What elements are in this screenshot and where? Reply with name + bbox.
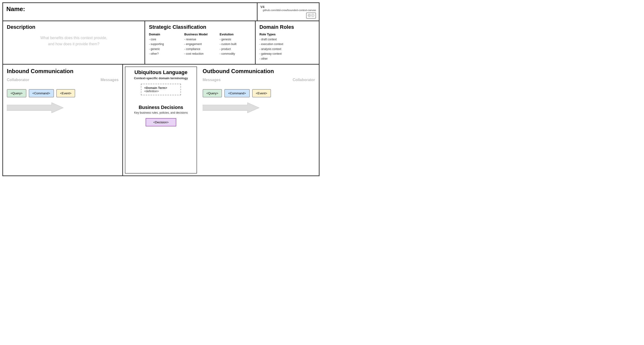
domain-term-box: <Domain Term> <definition> xyxy=(141,84,181,95)
role-draft: - draft context xyxy=(260,37,315,42)
description-title: Description xyxy=(7,24,141,30)
inbound-section: Inbound Communication Collaborator Messa… xyxy=(3,65,123,175)
evolution-col: Evolution - genesis - custom built - pro… xyxy=(220,33,251,56)
roles-list: - draft context - execution context - an… xyxy=(260,37,315,61)
inbound-collaborator-label: Collaborator xyxy=(7,78,29,82)
strategic-columns: Domain - core - supporting - generic - o… xyxy=(149,33,251,56)
bm-engagement: - engagement xyxy=(184,42,216,47)
business-model-label: Business Model xyxy=(184,33,216,36)
by-icon: ⓘ xyxy=(311,14,314,18)
ubiquitous-title: Ubiquitous Language xyxy=(128,69,194,76)
main-row: Inbound Communication Collaborator Messa… xyxy=(3,65,319,175)
outbound-command-chip: <Command> xyxy=(224,89,250,97)
term-definition: <definition> xyxy=(144,90,178,93)
domain-roles-section: Domain Roles Role Types - draft context … xyxy=(256,21,319,64)
evolution-label: Evolution xyxy=(220,33,251,36)
domain-label: Domain xyxy=(149,33,180,36)
svg-marker-1 xyxy=(203,103,259,113)
cc-badge: ⓒ ⓘ xyxy=(306,13,316,19)
strategic-title: Strategic Classification xyxy=(149,24,251,30)
header-meta: V4 github.com/ddd-crew/bounded-context-c… xyxy=(258,3,319,21)
strategic-section: Strategic Classification Domain - core -… xyxy=(145,21,256,64)
bm-compliance: - compliance xyxy=(184,47,216,51)
second-row: Description What benefits does this cont… xyxy=(3,21,319,65)
center-inner: Ubiquitous Language Context-specific dom… xyxy=(125,67,197,174)
description-placeholder: What benefits does this context provide,… xyxy=(7,35,141,47)
inbound-event-chip: <Event> xyxy=(56,89,75,97)
business-model-list: - revenue - engagement - compliance - co… xyxy=(184,37,216,56)
domain-item-other: - other? xyxy=(149,51,180,56)
outbound-labels: Messages Collaborator xyxy=(203,78,315,82)
inbound-title: Inbound Communication xyxy=(7,68,118,75)
domain-item-generic: - generic xyxy=(149,47,180,51)
inbound-chips: <Query> <Command> <Event> xyxy=(7,89,118,97)
inbound-command-chip: <Command> xyxy=(29,89,54,97)
business-model-col: Business Model - revenue - engagement - … xyxy=(184,33,216,56)
inbound-arrow xyxy=(7,102,64,114)
domain-item-supporting: - supporting xyxy=(149,42,180,47)
role-other: - other xyxy=(260,56,315,61)
cc-icon: ⓒ xyxy=(308,14,311,18)
evolution-list: - genesis - custom built - product - com… xyxy=(220,37,251,56)
evo-commodity: - commodity xyxy=(220,51,251,56)
github-link: github.com/ddd-crew/bounded-context-canv… xyxy=(263,9,316,12)
name-label: Name: xyxy=(6,6,25,13)
role-execution: - execution context xyxy=(260,42,315,47)
outbound-chips: <Query> <Command> <Event> xyxy=(203,89,315,97)
domain-roles-title: Domain Roles xyxy=(260,24,315,30)
domain-list: - core - supporting - generic - other? xyxy=(149,37,180,56)
outbound-query-chip: <Query> xyxy=(203,89,222,97)
role-types-label: Role Types xyxy=(260,33,315,36)
name-field: Name: xyxy=(3,3,258,21)
inbound-labels: Collaborator Messages xyxy=(7,78,118,82)
outbound-event-chip: <Event> xyxy=(252,89,271,97)
business-decisions-subtitle: Key business rules, policies, and decisi… xyxy=(128,111,194,114)
evo-genesis: - genesis xyxy=(220,37,251,42)
desc-line2: and how does it provide them? xyxy=(48,42,100,46)
svg-marker-0 xyxy=(7,103,64,113)
business-decisions-title: Business Decisions xyxy=(128,105,194,110)
domain-term: <Domain Term> xyxy=(144,86,178,90)
domain-item-core: - core xyxy=(149,37,180,42)
evo-product: - product xyxy=(220,47,251,51)
canvas-wrapper: Name: V4 github.com/ddd-crew/bounded-con… xyxy=(2,2,320,176)
role-analysis: - analysis context xyxy=(260,47,315,51)
version-label: V4 xyxy=(260,5,264,9)
outbound-collaborator-label: Collaborator xyxy=(293,78,315,82)
bm-revenue: - revenue xyxy=(184,37,216,42)
outbound-section: Outbound Communication Messages Collabor… xyxy=(199,65,319,175)
desc-line1: What benefits does this context provide, xyxy=(40,36,107,40)
inbound-messages-label: Messages xyxy=(100,78,119,82)
bm-cost-reduction: - cost reduction xyxy=(184,51,216,56)
outbound-messages-label: Messages xyxy=(203,78,221,82)
outbound-title: Outbound Communication xyxy=(203,68,315,75)
outbound-arrow xyxy=(203,102,259,114)
description-section: Description What benefits does this cont… xyxy=(3,21,145,64)
decision-chip: <Decision> xyxy=(146,118,176,126)
header-row: Name: V4 github.com/ddd-crew/bounded-con… xyxy=(3,3,319,21)
center-wrapper: Ubiquitous Language Context-specific dom… xyxy=(123,65,199,175)
evo-custom-built: - custom built xyxy=(220,42,251,47)
domain-col: Domain - core - supporting - generic - o… xyxy=(149,33,180,56)
ubiquitous-subtitle: Context-specific domain terminology xyxy=(128,76,194,80)
role-gateway: - gateway context xyxy=(260,51,315,56)
inbound-query-chip: <Query> xyxy=(7,89,26,97)
